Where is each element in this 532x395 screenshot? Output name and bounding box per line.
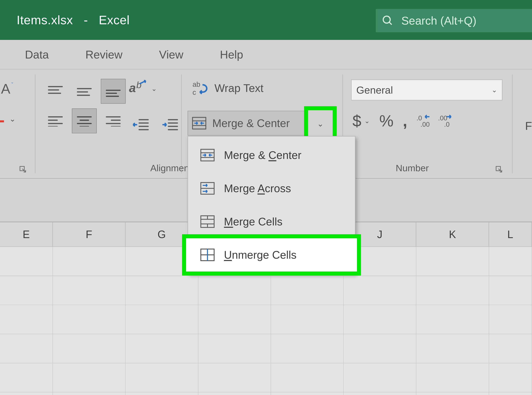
svg-text:.00: .00	[420, 121, 430, 128]
ribbon: Aˇ ⌄ a b	[0, 69, 532, 179]
chevron-down-icon: ⌄	[151, 85, 157, 93]
window-title: Items.xlsx - Excel	[17, 13, 130, 27]
number-format-select[interactable]: General ⌄	[351, 79, 502, 100]
column-header-K[interactable]: K	[416, 222, 489, 246]
number-group-dialog-launcher[interactable]	[495, 165, 503, 173]
svg-text:b: b	[136, 80, 142, 90]
font-color-swatch	[0, 120, 4, 122]
chevron-down-icon: ⌄	[492, 86, 497, 94]
wrap-text-icon: ab c	[192, 81, 208, 96]
group-separator	[512, 74, 513, 173]
tab-data[interactable]: Data	[25, 48, 49, 61]
align-left-button[interactable]	[43, 108, 68, 133]
align-top-button[interactable]	[43, 79, 68, 104]
menu-item-merge-across[interactable]: Merge Across	[188, 172, 355, 205]
menu-item-unmerge-cells[interactable]: Unmerge Cells	[186, 238, 357, 271]
title-sep: -	[84, 13, 88, 27]
align-middle-button[interactable]	[72, 79, 97, 104]
chevron-down-icon: ⌄	[317, 119, 324, 128]
ribbon-fragment-label: F	[525, 119, 532, 132]
tab-review[interactable]: Review	[85, 48, 122, 61]
wrap-text-label: Wrap Text	[214, 82, 263, 94]
search-placeholder: Search (Alt+Q)	[401, 14, 477, 27]
number-group-label: Number	[396, 163, 429, 173]
increase-indent-button[interactable]	[157, 112, 182, 137]
menu-item-merge-cells[interactable]: Merge Cells	[188, 205, 355, 238]
accounting-format-button[interactable]: $ ⌄	[352, 112, 370, 130]
column-header-L[interactable]: L	[489, 222, 532, 246]
title-filename: Items.xlsx	[17, 13, 73, 27]
increase-decimal-button[interactable]: .0 .00	[417, 114, 431, 128]
percent-format-button[interactable]: %	[379, 112, 393, 130]
title-app: Excel	[99, 13, 130, 27]
decrease-decimal-button[interactable]: .00 .0	[438, 114, 453, 128]
title-bar: Items.xlsx - Excel Search (Alt+Q)	[0, 0, 532, 40]
svg-point-0	[383, 16, 390, 23]
menu-label: Merge Across	[224, 182, 291, 195]
svg-text:.0: .0	[444, 121, 450, 128]
search-icon	[382, 15, 394, 27]
merge-dropdown-menu: Merge & Center Merge Across Merge Cells	[187, 136, 356, 274]
menu-label: Merge & Center	[224, 149, 302, 161]
svg-text:ab: ab	[192, 81, 200, 88]
merge-center-label: Merge & Center	[212, 117, 290, 130]
svg-text:a: a	[129, 81, 136, 95]
menu-label: Unmerge Cells	[224, 248, 296, 261]
svg-line-1	[389, 22, 392, 25]
ribbon-tabs: Data Review View Help	[0, 40, 532, 69]
merge-center-split-button[interactable]: Merge & Center ⌄	[187, 111, 335, 136]
orientation-button[interactable]: a b ⌄	[128, 79, 157, 98]
orientation-icon: a b	[128, 79, 148, 98]
chevron-down-icon: ˇ	[11, 82, 13, 88]
menu-item-merge-center[interactable]: Merge & Center	[188, 138, 355, 172]
merge-center-icon	[200, 149, 215, 161]
chevron-down-icon: ⌄	[364, 117, 370, 125]
tab-view[interactable]: View	[159, 48, 183, 61]
menu-label: Merge Cells	[224, 215, 282, 228]
column-header-F[interactable]: F	[53, 222, 126, 246]
font-color-button[interactable]: ⌄	[0, 114, 16, 123]
alignment-buttons	[43, 79, 126, 133]
unmerge-cells-icon	[200, 248, 215, 261]
align-bottom-button[interactable]	[101, 79, 126, 104]
search-box[interactable]: Search (Alt+Q)	[376, 9, 532, 32]
number-buttons: $ ⌄ % , .0 .00 .00 .0	[352, 112, 453, 130]
group-separator	[35, 74, 35, 173]
align-center-button[interactable]	[72, 108, 97, 133]
align-right-button[interactable]	[101, 108, 126, 133]
comma-format-button[interactable]: ,	[403, 112, 407, 130]
shrink-font-button[interactable]: Aˇ	[1, 81, 13, 97]
tab-help[interactable]: Help	[220, 48, 243, 61]
merge-across-icon	[200, 182, 215, 195]
wrap-text-button[interactable]: ab c Wrap Text	[192, 81, 263, 96]
column-header-E[interactable]: E	[0, 222, 53, 246]
merge-cells-icon	[200, 215, 215, 228]
chevron-down-icon: ⌄	[9, 114, 16, 123]
alignment-group-label: Alignment	[150, 163, 192, 173]
merge-center-button[interactable]: Merge & Center	[188, 111, 294, 135]
svg-text:c: c	[192, 88, 196, 96]
number-format-value: General	[356, 84, 393, 96]
dollar-icon: $	[352, 112, 361, 130]
font-group-dialog-launcher[interactable]	[19, 165, 27, 173]
indent-buttons	[128, 112, 182, 137]
decrease-indent-button[interactable]	[128, 112, 153, 137]
group-separator	[181, 74, 182, 173]
merge-center-icon	[192, 117, 206, 130]
